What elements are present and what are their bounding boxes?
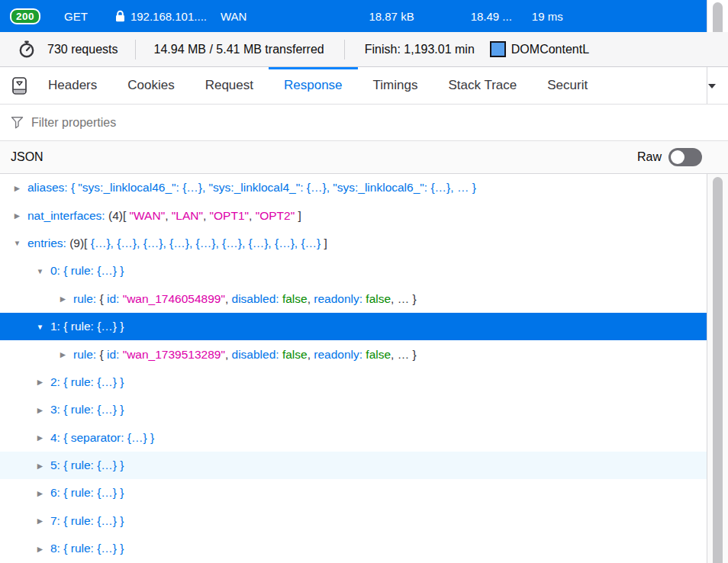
json-tree-row[interactable]: ▶6: { rule: {…} } (0, 479, 707, 507)
json-tree-segment: , (308, 348, 314, 362)
expand-arrow-icon[interactable]: ▶ (12, 211, 22, 220)
request-method: GET (64, 10, 88, 23)
network-summary-bar: 730 requests 14.94 MB / 5.41 MB transfer… (0, 32, 728, 67)
json-tree-segment: id: (107, 348, 123, 362)
json-tree-segment: 3: { rule: {…} } (50, 403, 124, 417)
collapse-arrow-icon[interactable]: ▼ (35, 266, 45, 275)
collapse-arrow-icon[interactable]: ▼ (35, 322, 45, 330)
json-tree-segment: rule: (73, 292, 99, 306)
expand-arrow-icon[interactable]: ▶ (58, 350, 68, 359)
json-tree-segment: nat_interfaces: (27, 209, 108, 223)
json-tree-segment: (9)[ (69, 236, 91, 250)
request-size: 18.87 kB (369, 10, 414, 23)
json-tree-segment: disabled: (232, 348, 282, 362)
json-tree-segment: { (99, 348, 106, 362)
expand-arrow-icon[interactable]: ▶ (35, 544, 45, 552)
selected-request-row[interactable]: 200 GET 192.168.101.... WAN 18.87 kB 18.… (0, 0, 707, 32)
json-tree-row[interactable]: ▶2: { rule: {…} } (0, 368, 707, 396)
tab-label: Timings (373, 78, 418, 93)
json-tree-row[interactable]: ▶5: { rule: {…} } (0, 452, 707, 479)
request-transferred: 18.49 ... (471, 10, 512, 23)
json-tree-segment: ] (321, 236, 327, 250)
expand-arrow-icon[interactable]: ▶ (35, 488, 45, 497)
filter-properties-input[interactable] (30, 115, 728, 130)
dom-content-loaded-label: DOMContentL (511, 43, 589, 56)
toolbar-divider (344, 40, 345, 60)
json-tree-row[interactable]: ▶8: { rule: {…} } (0, 535, 707, 562)
tab-label: Headers (48, 78, 97, 93)
json-tree-scrollbar-thumb[interactable] (713, 177, 723, 563)
raw-toggle-knob (671, 150, 685, 164)
json-tree-segment: (4)[ (108, 209, 130, 223)
expand-arrow-icon[interactable]: ▶ (35, 405, 45, 413)
json-tree-segment: , (249, 209, 256, 223)
json-tree-row[interactable]: ▶nat_interfaces: (4)[ "WAN", "LAN", "OPT… (0, 201, 707, 229)
detail-tabbar: Headers Cookies Request Response Timings… (0, 67, 728, 105)
tab-security[interactable]: Securit (532, 67, 603, 104)
tab-timings[interactable]: Timings (358, 67, 433, 104)
json-tree-segment: readonly: (314, 292, 366, 306)
request-list-scrollbar-thumb[interactable] (713, 2, 723, 32)
tab-overflow-caret-icon[interactable] (708, 84, 716, 88)
json-tree-segment: false (282, 348, 308, 362)
request-domain: 192.168.101.... (130, 10, 207, 23)
tab-label: Stack Trace (448, 78, 517, 93)
response-type-title: JSON (11, 150, 43, 164)
json-tree-segment: 1: { rule: {…} } (50, 320, 124, 333)
json-tree-segment: "OPT2" (256, 209, 295, 223)
transfer-summary: 14.94 MB / 5.41 MB transferred (154, 43, 324, 56)
json-tree-row[interactable]: ▶3: { rule: {…} } (0, 396, 707, 423)
json-tree-row[interactable]: ▼0: { rule: {…} } (0, 257, 707, 285)
raw-toggle-label: Raw (637, 150, 662, 164)
expand-arrow-icon[interactable]: ▶ (35, 461, 45, 469)
expand-arrow-icon[interactable]: ▶ (35, 516, 45, 525)
json-tree-row[interactable]: ▼1: { rule: {…} } (0, 313, 707, 340)
expand-arrow-icon[interactable]: ▶ (12, 183, 22, 191)
expand-arrow-icon[interactable]: ▶ (35, 433, 45, 442)
raw-toggle-switch[interactable] (668, 148, 702, 166)
request-list-scrollbar[interactable] (707, 0, 728, 32)
json-tree-segment: , … } (391, 292, 417, 306)
json-tree-segment: { (99, 292, 106, 306)
tab-cookies[interactable]: Cookies (112, 67, 189, 104)
json-tree-segment: disabled: (232, 292, 282, 306)
json-tree-row[interactable]: ▶rule: { id: "wan_1746054899", disabled:… (0, 285, 707, 313)
json-tree-row[interactable]: ▶aliases: { "sys:_linklocal46_": {…}, "s… (0, 174, 707, 201)
tab-headers[interactable]: Headers (33, 67, 112, 104)
json-tree-segment: entries: (27, 236, 69, 250)
json-tree-segment: "OPT1" (210, 209, 250, 223)
expand-arrow-icon[interactable]: ▶ (58, 294, 68, 303)
tab-label: Request (205, 78, 253, 93)
json-tree-scrollbar[interactable] (707, 174, 728, 563)
json-tree-segment: aliases: (27, 181, 71, 195)
collapse-arrow-icon[interactable]: ▼ (12, 239, 22, 247)
json-tree-segment: false (282, 292, 308, 306)
finish-time: Finish: 1,193.01 min (365, 43, 475, 56)
json-tree-segment: , (225, 348, 232, 362)
tab-label: Cookies (127, 78, 174, 93)
network-action-panel-icon[interactable] (12, 77, 27, 95)
filter-row (0, 105, 728, 141)
tab-label: Response (284, 78, 343, 93)
tab-label: Securit (547, 78, 588, 93)
json-tree-segment: ] (295, 209, 301, 223)
json-tree-segment: , (225, 292, 232, 306)
json-tree-segment: 0: { rule: {…} } (50, 264, 124, 278)
json-tree-row[interactable]: ▶7: { rule: {…} } (0, 507, 707, 535)
tab-request[interactable]: Request (190, 67, 269, 104)
json-tree-segment: 2: { rule: {…} } (50, 375, 124, 389)
tab-response[interactable]: Response (269, 67, 358, 104)
tab-stack-trace[interactable]: Stack Trace (433, 67, 532, 104)
json-tree-segment: "wan_1746054899" (123, 292, 225, 306)
json-tree-segment: 4: { separator: {…} } (50, 431, 154, 445)
stopwatch-icon (18, 40, 35, 59)
json-tree-row[interactable]: ▶rule: { id: "wan_1739513289", disabled:… (0, 340, 707, 368)
json-tree-row[interactable]: ▼entries: (9)[ {…}, {…}, {…}, {…}, {…}, … (0, 230, 707, 257)
json-tree-row[interactable]: ▶4: { separator: {…} } (0, 424, 707, 452)
json-tree-segment: 6: { rule: {…} } (50, 486, 124, 500)
json-tree-segment: , (165, 209, 172, 223)
expand-arrow-icon[interactable]: ▶ (35, 378, 45, 386)
filter-funnel-icon (11, 116, 24, 129)
json-tree-segment: "LAN" (172, 209, 203, 223)
dom-content-loaded-legend-swatch (490, 41, 506, 57)
